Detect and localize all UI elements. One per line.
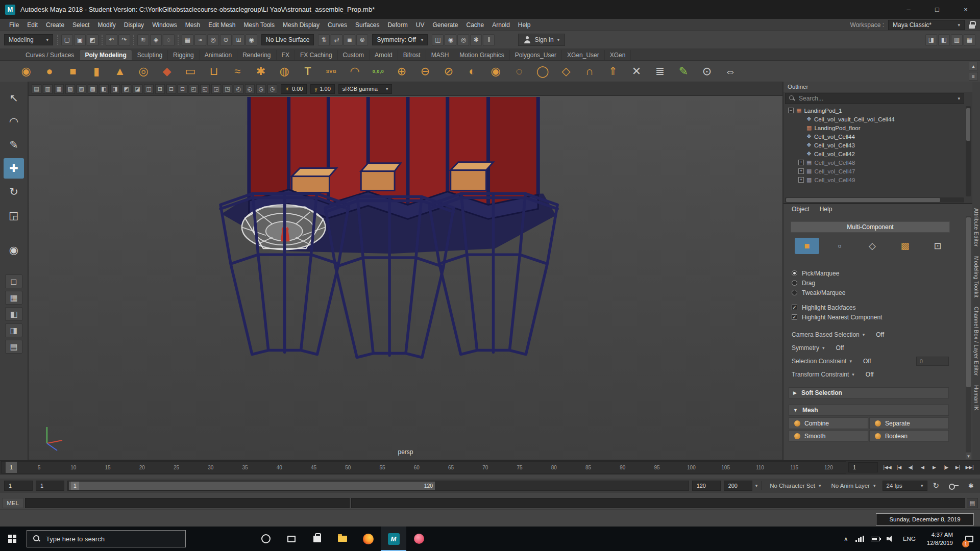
- soft-selection-section[interactable]: ▶ Soft Selection: [789, 387, 949, 398]
- boolean-icon[interactable]: ◐: [460, 62, 484, 81]
- step-back-frame-button[interactable]: |◀: [894, 462, 904, 472]
- volume-icon[interactable]: [887, 536, 894, 542]
- toggle-channel-box-icon[interactable]: ▥: [951, 34, 963, 46]
- shelf-tab[interactable]: FX: [277, 50, 295, 60]
- new-scene-icon[interactable]: ▢: [61, 34, 73, 46]
- select-hierarchy-icon[interactable]: ≋: [137, 34, 149, 46]
- menu-item[interactable]: Arnold: [488, 21, 514, 29]
- multi-cut-icon[interactable]: ✕: [625, 62, 648, 81]
- fill-hole-icon[interactable]: ◯: [531, 62, 554, 81]
- cortana-icon[interactable]: [253, 527, 279, 551]
- toggle-tool-settings-icon[interactable]: ◧: [938, 34, 950, 46]
- toggle-attribute-editor-icon[interactable]: ◨: [925, 34, 937, 46]
- two-pane-layout-icon[interactable]: ◨: [5, 323, 22, 337]
- outliner-item[interactable]: ❖ Cell_vol_Cell43: [785, 141, 964, 149]
- shelf-tab[interactable]: Arnold: [370, 50, 398, 60]
- poly-sphere-icon[interactable]: ◉: [14, 62, 38, 81]
- bridge-icon[interactable]: ∩: [578, 62, 601, 81]
- move-tool-icon[interactable]: ✚: [4, 158, 24, 179]
- select-tool-icon[interactable]: ↖: [4, 88, 24, 108]
- character-set-selector[interactable]: No Character Set ▾: [766, 483, 824, 489]
- extrude-icon[interactable]: ⇑: [601, 62, 625, 81]
- taskbar-search[interactable]: Type here to search: [27, 530, 186, 547]
- depth-of-field-icon[interactable]: ◶: [256, 84, 266, 94]
- network-icon[interactable]: [853, 536, 866, 542]
- separate-icon[interactable]: ⊖: [413, 62, 437, 81]
- time-slider-track[interactable]: 1 51015202530354045505560657075808590951…: [1, 461, 846, 473]
- menu-item[interactable]: Display: [120, 21, 148, 29]
- poly-cone-icon[interactable]: ▲: [108, 62, 132, 81]
- motion-blur-icon[interactable]: ◴: [234, 84, 243, 94]
- shelf-tab[interactable]: Curves / Surfaces: [20, 50, 80, 60]
- sweep-mesh-icon[interactable]: ◠: [343, 62, 366, 81]
- expand-toggle-icon[interactable]: +: [798, 168, 804, 174]
- render-settings-icon[interactable]: ✱: [470, 34, 482, 46]
- battery-icon[interactable]: [871, 537, 880, 541]
- shelf-tab[interactable]: Bifrost: [398, 50, 426, 60]
- outliner-item[interactable]: + ▦ Cell_vol_Cell48: [785, 158, 964, 167]
- construction-history-icon[interactable]: ≣: [344, 34, 355, 46]
- separator[interactable]: [57, 35, 58, 45]
- panel-vertical-scrollbar[interactable]: [966, 216, 971, 452]
- lasso-select-tool-icon[interactable]: ◠: [4, 111, 24, 132]
- animation-end-field[interactable]: 200: [724, 481, 752, 491]
- platonic-solid-icon[interactable]: ◆: [155, 62, 179, 81]
- bevel-icon[interactable]: ◇: [554, 62, 578, 81]
- camera-attributes-icon[interactable]: ▧: [65, 84, 75, 94]
- ambient-occlusion-icon[interactable]: ◳: [223, 84, 232, 94]
- gate-mask-icon[interactable]: ◫: [144, 84, 154, 94]
- menu-item[interactable]: File: [5, 21, 23, 29]
- separator[interactable]: [102, 35, 103, 45]
- chevron-down-icon[interactable]: ▾: [852, 372, 854, 377]
- undo-icon[interactable]: ↶: [106, 34, 117, 46]
- chevron-down-icon[interactable]: ▾: [863, 332, 865, 337]
- shelf-tab[interactable]: Polygons_User: [510, 50, 562, 60]
- mesh-section[interactable]: ▼ Mesh: [789, 405, 949, 416]
- select-component-icon[interactable]: ◌: [163, 34, 175, 46]
- menu-item[interactable]: UV: [412, 21, 429, 29]
- constraint-extra-field[interactable]: 0: [916, 357, 949, 366]
- render-current-frame-icon[interactable]: ◉: [445, 34, 456, 46]
- mesh-operation-button[interactable]: Smooth: [789, 430, 868, 442]
- menu-item[interactable]: Create: [42, 21, 68, 29]
- type-tool-icon[interactable]: T: [296, 62, 320, 81]
- make-live-icon[interactable]: ◉: [246, 34, 257, 46]
- selection-mode-radio[interactable]: Pick/Marquee: [792, 268, 949, 278]
- poly-plane-icon[interactable]: ▭: [179, 62, 202, 81]
- outliner-item[interactable]: − ▦ LandingPod_1: [785, 106, 964, 115]
- workspace-selector[interactable]: Maya Classic* ▾: [888, 20, 965, 30]
- menu-item[interactable]: Mesh Display: [279, 21, 324, 29]
- anim-layer-selector[interactable]: No Anim Layer ▾: [828, 483, 879, 489]
- mesh-operation-button[interactable]: Boolean: [869, 430, 949, 442]
- rotate-tool-icon[interactable]: ↻: [4, 182, 24, 202]
- reduce-icon[interactable]: ◌: [507, 62, 531, 81]
- fps-selector[interactable]: 24 fps ▾: [883, 481, 927, 491]
- panel-menu-item[interactable]: Help: [816, 206, 837, 214]
- target-weld-icon[interactable]: ⊙: [695, 62, 719, 81]
- maximize-button[interactable]: □: [923, 0, 951, 19]
- shelf-tab[interactable]: MASH: [426, 50, 455, 60]
- field-chart-icon[interactable]: ⊞: [155, 84, 165, 94]
- menu-item[interactable]: Cache: [462, 21, 488, 29]
- four-pane-layout-icon[interactable]: ▦: [5, 291, 22, 305]
- firefox-icon[interactable]: [355, 527, 381, 551]
- extract-icon[interactable]: ⊘: [437, 62, 460, 81]
- soccer-ball-icon[interactable]: ◍: [273, 62, 296, 81]
- playback-loop-icon[interactable]: ↻: [930, 481, 942, 490]
- store-icon[interactable]: [304, 527, 330, 551]
- go-to-start-button[interactable]: |◀◀: [882, 462, 893, 472]
- animation-preferences-icon[interactable]: ✱: [966, 482, 976, 490]
- lock-camera-icon[interactable]: ▦: [54, 84, 64, 94]
- pause-viewport-icon[interactable]: ‖: [483, 34, 495, 46]
- save-scene-icon[interactable]: ◩: [87, 34, 99, 46]
- menu-item[interactable]: Mesh Tools: [240, 21, 279, 29]
- face-mode-icon[interactable]: ▩: [893, 238, 917, 254]
- shelf-tab[interactable]: Custom: [338, 50, 370, 60]
- radio-icon[interactable]: [792, 270, 797, 276]
- toggle-modeling-toolkit-icon[interactable]: ▦: [964, 34, 975, 46]
- uv-mode-icon[interactable]: ⊡: [925, 238, 950, 254]
- poly-helix-icon[interactable]: ≈: [226, 62, 249, 81]
- bookmark-icon[interactable]: ▨: [77, 84, 86, 94]
- go-to-end-button[interactable]: ▶▶|: [964, 462, 975, 472]
- insert-edge-loop-icon[interactable]: ≣: [648, 62, 672, 81]
